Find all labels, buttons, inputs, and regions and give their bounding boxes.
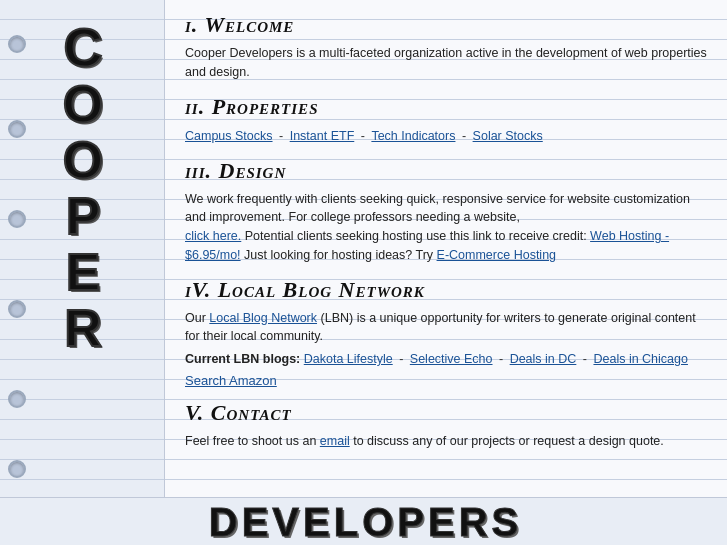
dev-letter-p: P xyxy=(395,502,426,542)
dev-letter-l: L xyxy=(332,502,360,542)
local-blog-title: iV. Local Blog Network xyxy=(185,277,707,303)
instant-etf-link[interactable]: Instant ETF xyxy=(290,129,355,143)
ecommerce-link[interactable]: E-Commerce Hosting xyxy=(437,248,556,262)
local-blog-intro: Our Local Blog Network (LBN) is a unique… xyxy=(185,309,707,347)
sidebar-letter-o1: O xyxy=(63,78,101,130)
dev-letter-r: R xyxy=(457,502,490,542)
tech-indicators-link[interactable]: Tech Indicators xyxy=(371,129,455,143)
properties-title: ii. Properties xyxy=(185,94,707,120)
current-blogs-label: Current LBN blogs: xyxy=(185,352,300,366)
design-text-3: Just looking for hosting ideas? Try xyxy=(244,248,433,262)
separator-1: - xyxy=(279,129,287,143)
design-text: We work frequently with clients seeking … xyxy=(185,190,707,265)
welcome-title: i. Welcome xyxy=(185,12,707,38)
blog-sep-1: - xyxy=(399,352,407,366)
sidebar-letter-c: C xyxy=(64,20,101,74)
welcome-section: i. Welcome Cooper Developers is a multi-… xyxy=(185,12,707,82)
dev-letter-e1: E xyxy=(240,502,271,542)
sidebar-letter-p: P xyxy=(66,190,99,242)
binder-hole-5 xyxy=(8,390,26,408)
design-title: iii. Design xyxy=(185,158,707,184)
properties-section: ii. Properties Campus Stocks - Instant E… xyxy=(185,94,707,146)
main-content: i. Welcome Cooper Developers is a multi-… xyxy=(165,0,727,545)
design-text-1: We work frequently with clients seeking … xyxy=(185,192,690,225)
search-amazon-link[interactable]: Search Amazon xyxy=(185,373,707,388)
contact-section: V. Contact Feel free to shoot us an emai… xyxy=(185,400,707,451)
contact-text: Feel free to shoot us an email to discus… xyxy=(185,432,707,451)
email-link[interactable]: email xyxy=(320,434,350,448)
selective-echo-link[interactable]: Selective Echo xyxy=(410,352,493,366)
dev-letter-e3: E xyxy=(426,502,457,542)
page-wrapper: C O O P E R i. Welcome Cooper Developers… xyxy=(0,0,727,545)
binder-hole-6 xyxy=(8,460,26,478)
contact-text2: to discuss any of our projects or reques… xyxy=(353,434,664,448)
dev-letter-d: D xyxy=(207,502,240,542)
lbn-link[interactable]: Local Blog Network xyxy=(209,311,317,325)
separator-3: - xyxy=(462,129,470,143)
welcome-text: Cooper Developers is a multi-faceted org… xyxy=(185,44,707,82)
blog-sep-2: - xyxy=(499,352,507,366)
click-here-link[interactable]: click here. xyxy=(185,229,241,243)
deals-chicago-link[interactable]: Deals in Chicago xyxy=(593,352,688,366)
dev-letter-s: S xyxy=(490,502,521,542)
contact-title: V. Contact xyxy=(185,400,707,426)
solar-stocks-link[interactable]: Solar Stocks xyxy=(473,129,543,143)
contact-text1: Feel free to shoot us an xyxy=(185,434,316,448)
sidebar: C O O P E R xyxy=(0,0,165,545)
design-text-2: Potential clients seeking hosting use th… xyxy=(245,229,587,243)
local-blog-list: Current LBN blogs: Dakota Lifestyle - Se… xyxy=(185,350,707,369)
lbn-text1: Our xyxy=(185,311,206,325)
bottom-bar: D E V E L O P E R S xyxy=(0,497,727,545)
design-section: iii. Design We work frequently with clie… xyxy=(185,158,707,265)
dakota-lifestyle-link[interactable]: Dakota Lifestyle xyxy=(304,352,393,366)
separator-2: - xyxy=(361,129,369,143)
dev-letter-v: V xyxy=(270,502,301,542)
properties-links: Campus Stocks - Instant ETF - Tech Indic… xyxy=(185,126,707,146)
dev-letter-e2: E xyxy=(301,502,332,542)
sidebar-letters: C O O P E R xyxy=(0,10,164,358)
sidebar-letter-o2: O xyxy=(63,134,101,186)
local-blog-section: iV. Local Blog Network Our Local Blog Ne… xyxy=(185,277,707,388)
deals-dc-link[interactable]: Deals in DC xyxy=(510,352,577,366)
dev-letter-o: O xyxy=(360,502,395,542)
sidebar-letter-e: E xyxy=(66,246,99,298)
sidebar-letter-r: R xyxy=(64,302,100,354)
blog-sep-3: - xyxy=(583,352,591,366)
campus-stocks-link[interactable]: Campus Stocks xyxy=(185,129,273,143)
